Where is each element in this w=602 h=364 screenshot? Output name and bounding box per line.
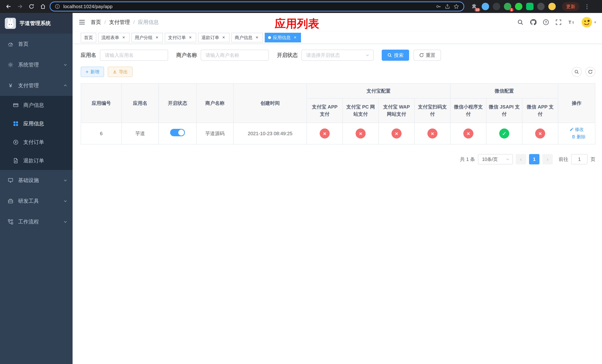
dashboard-icon	[7, 41, 14, 47]
status-toggle[interactable]	[170, 129, 185, 136]
tab-label: 用户分组	[135, 35, 152, 41]
sidebar-item-infrastructure[interactable]: 基础设施	[0, 170, 73, 191]
app-window: 芋道管理系统 首页 系统管理	[0, 13, 602, 364]
sidebar-item-app-info[interactable]: 应用信息	[0, 114, 73, 133]
extensions-puzzle-icon[interactable]: 10	[471, 3, 478, 10]
extension-chat-icon[interactable]	[526, 3, 534, 10]
sidebar-item-pay-order[interactable]: 支付订单	[0, 133, 73, 151]
breadcrumb-home[interactable]: 首页	[91, 19, 101, 26]
extension-dark-icon[interactable]	[493, 3, 500, 10]
browser-update-button[interactable]: 更新	[562, 2, 580, 11]
tab-process-form[interactable]: 流程表单 ×	[98, 33, 129, 43]
reset-button-label: 重置	[426, 52, 435, 58]
merchant-name-input[interactable]	[201, 50, 269, 61]
help-icon[interactable]: ?	[543, 19, 549, 25]
cell-alipay-wap: ×	[378, 123, 414, 144]
close-icon[interactable]: ×	[121, 35, 126, 40]
header-wechat-app: 微信 APP 支付	[522, 98, 558, 123]
bookmark-star-icon[interactable]	[453, 4, 459, 9]
tab-label: 首页	[84, 35, 93, 41]
browser-menu-icon[interactable]: ⋮	[584, 3, 589, 10]
close-icon[interactable]: ×	[154, 35, 160, 40]
search-icon	[387, 53, 392, 58]
address-bar[interactable]: localhost:1024/pay/app	[50, 1, 464, 11]
edit-link[interactable]: 修改	[570, 126, 584, 133]
refresh-table-button[interactable]	[585, 67, 595, 77]
url-text[interactable]: localhost:1024/pay/app	[63, 4, 432, 9]
browser-reload-button[interactable]	[27, 2, 36, 11]
extension-blue-icon[interactable]	[482, 3, 489, 10]
sidebar-item-label: 支付管理	[18, 82, 63, 89]
sidebar-item-home[interactable]: 首页	[0, 34, 73, 54]
filter-form: 应用名 商户名称 开启状态 请选择开启状态 搜索	[81, 50, 595, 61]
forward-icon	[17, 3, 23, 10]
search-button[interactable]: 搜索	[382, 50, 409, 61]
extension-green-icon[interactable]: 1	[504, 3, 511, 10]
sidebar-toggle-icon[interactable]	[78, 19, 86, 26]
close-icon[interactable]: ×	[221, 35, 226, 40]
site-info-icon[interactable]	[55, 4, 60, 9]
avatar	[581, 17, 592, 28]
refresh-icon	[588, 69, 593, 74]
tab-user-group[interactable]: 用户分组 ×	[131, 33, 163, 43]
export-button[interactable]: 导出	[108, 67, 133, 77]
extension-pin-icon[interactable]	[537, 3, 545, 10]
sidebar-item-merchant-info[interactable]: 商户信息	[0, 96, 73, 114]
sidebar: 芋道管理系统 首页 系统管理	[0, 13, 73, 364]
credit-card-icon	[13, 102, 19, 108]
refund-doc-icon	[13, 158, 19, 163]
browser-back-button[interactable]	[4, 2, 13, 11]
extension-wechat-icon[interactable]	[515, 3, 522, 10]
fullscreen-icon[interactable]	[555, 19, 562, 25]
sidebar-item-payment[interactable]: ¥ 支付管理	[0, 75, 73, 96]
page-1-button[interactable]: 1	[529, 154, 539, 164]
app-name-input[interactable]	[100, 50, 168, 61]
sidebar-item-system[interactable]: 系统管理	[0, 54, 73, 75]
next-page-button[interactable]: ›	[542, 154, 553, 164]
tab-refund-order[interactable]: 退款订单 ×	[198, 33, 230, 43]
close-icon[interactable]: ×	[188, 35, 193, 40]
breadcrumb-payment[interactable]: 支付管理	[109, 19, 130, 26]
header-created: 创建时间	[233, 84, 307, 123]
sidebar-item-label: 工作流程	[18, 218, 63, 225]
tab-pay-order[interactable]: 支付订单 ×	[165, 33, 196, 43]
sidebar-item-workflow[interactable]: 工作流程	[0, 212, 73, 232]
browser-home-button[interactable]	[38, 2, 48, 11]
font-size-icon[interactable]: TT	[568, 19, 575, 25]
close-icon[interactable]: ×	[254, 35, 259, 40]
close-icon[interactable]: ×	[292, 35, 298, 40]
prev-page-button[interactable]: ‹	[516, 154, 526, 164]
sidebar-item-label: 基础设施	[18, 177, 63, 184]
svg-text:?: ?	[545, 21, 547, 24]
chevron-down-icon	[63, 178, 67, 182]
extension-badge: 10	[475, 8, 480, 12]
pay-order-icon	[13, 139, 19, 145]
browser-forward-button[interactable]	[15, 2, 25, 11]
toggle-search-button[interactable]	[572, 67, 582, 77]
sidebar-item-refund-order[interactable]: 退款订单	[0, 151, 73, 170]
reset-button[interactable]: 重置	[414, 50, 441, 61]
app-logo-row[interactable]: 芋道管理系统	[0, 13, 73, 34]
status-fail-icon: ×	[428, 128, 437, 139]
header-merchant: 商户名称	[196, 84, 233, 123]
screen: localhost:1024/pay/app 10 1	[0, 0, 602, 364]
tab-label: 应用信息	[273, 35, 291, 41]
top-navbar: 首页 / 支付管理 / 应用信息 ?	[73, 13, 602, 32]
add-button[interactable]: + 新增	[81, 67, 104, 77]
tab-app-info[interactable]: 应用信息 ×	[265, 33, 301, 43]
user-menu[interactable]: ▾	[581, 17, 596, 28]
tab-home[interactable]: 首页	[81, 33, 96, 43]
sidebar-item-dev-tools[interactable]: 研发工具	[0, 191, 73, 212]
tab-merchant-info[interactable]: 商户信息 ×	[231, 33, 263, 43]
goto-page-input[interactable]	[571, 154, 588, 164]
search-icon[interactable]	[517, 19, 524, 25]
delete-link[interactable]: 删除	[571, 133, 586, 140]
status-select[interactable]: 请选择开启状态	[301, 50, 374, 61]
page-size-select[interactable]: 10条/页	[478, 154, 513, 164]
extension-emoji-icon[interactable]	[548, 3, 556, 10]
toggle-knob	[178, 130, 184, 136]
github-icon[interactable]	[530, 19, 537, 26]
share-icon[interactable]	[445, 4, 450, 9]
search-button-label: 搜索	[394, 52, 404, 58]
password-key-icon[interactable]	[436, 4, 441, 9]
